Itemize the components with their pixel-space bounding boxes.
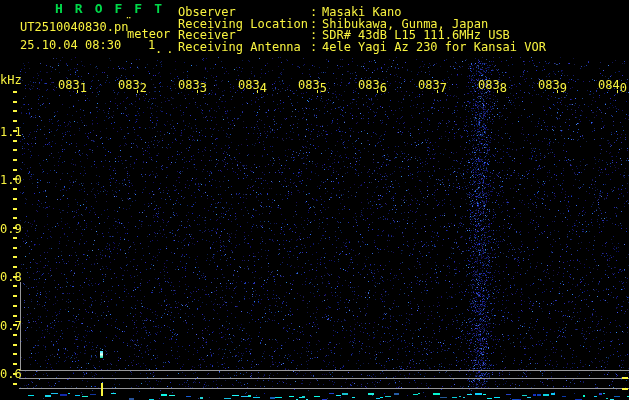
freq-minor-tick (13, 217, 17, 219)
freq-minor-tick (13, 256, 17, 258)
freq-minor-tick (13, 169, 17, 171)
time-label-tail: 2 (140, 81, 147, 95)
freq-label-0-6: 0.6 (0, 368, 22, 380)
freq-minor-tick (13, 140, 17, 142)
right-edge-mark-lower (622, 388, 628, 390)
time-label-head: 083 (418, 78, 440, 92)
freq-minor-tick (13, 149, 17, 151)
meteor-count-tick (101, 383, 103, 396)
time-label-head: 083 (178, 78, 200, 92)
freq-minor-tick (13, 363, 17, 365)
filename-label: UT2510040830.pn (20, 21, 128, 33)
time-label-tail: 7 (440, 81, 447, 95)
freq-minor-tick (13, 188, 17, 190)
level-meter-bottom-line (19, 388, 629, 389)
time-label-head: 083 (58, 78, 80, 92)
freq-minor-tick (13, 334, 17, 336)
info-row-antenna: Receiving Antenna : 4ele Yagi Az 230 for… (178, 41, 628, 53)
freq-minor-tick (13, 159, 17, 161)
time-label-head: 083 (538, 78, 560, 92)
app-title: HROFFT (55, 3, 174, 15)
freq-minor-tick (13, 198, 17, 200)
freq-minor-tick (13, 110, 17, 112)
time-label-tail: 3 (200, 81, 207, 95)
freq-minor-tick (13, 305, 17, 307)
time-label-head: 083 (238, 78, 260, 92)
freq-minor-tick (13, 266, 17, 268)
freq-minor-tick (13, 295, 17, 297)
time-label-head: 083 (118, 78, 140, 92)
freq-minor-tick (13, 120, 17, 122)
freq-minor-tick (13, 344, 17, 346)
hrofft-window: HROFFT UT2510040830.pn ¨ meteor 25.10.04… (0, 0, 629, 400)
level-meter-mid-line (19, 378, 629, 379)
freq-label-0-8: 0.8 (0, 271, 22, 283)
time-label-head: 083 (478, 78, 500, 92)
time-label-0832: 0832 (118, 79, 147, 91)
time-label-tail: 6 (380, 81, 387, 95)
info-value: 4ele Yagi Az 230 for Kansai VOR (322, 41, 546, 53)
time-label-0839: 0839 (538, 79, 567, 91)
level-meter-top-line (19, 370, 629, 371)
freq-minor-tick (13, 101, 17, 103)
time-label-head: 083 (298, 78, 320, 92)
freq-label-1-1: 1.1 (0, 126, 22, 138)
time-label-0834: 0834 (238, 79, 267, 91)
freq-axis-unit: kHz (0, 74, 22, 86)
freq-minor-tick (13, 208, 17, 210)
freq-minor-tick (13, 315, 17, 317)
freq-label-1-0: 1.0 (0, 174, 22, 186)
count-dots: .. (155, 43, 177, 55)
freq-minor-tick (13, 285, 17, 287)
info-separator: : (310, 41, 317, 53)
freq-minor-tick (13, 353, 17, 355)
spectrogram-canvas (0, 0, 629, 400)
time-label-0836: 0836 (358, 79, 387, 91)
time-label-head: 084 (598, 78, 620, 92)
freq-label-0-9: 0.9 (0, 223, 22, 235)
time-label-tail: 9 (560, 81, 567, 95)
time-label-tail: 0 (620, 81, 627, 95)
time-label-0840: 0840 (598, 79, 627, 91)
time-label-0838: 0838 (478, 79, 507, 91)
info-label: Receiving Antenna (178, 41, 301, 53)
meteor-echo-mark (100, 351, 103, 358)
time-label-tail: 4 (260, 81, 267, 95)
time-label-tail: 5 (320, 81, 327, 95)
time-label-0831: 0831 (58, 79, 87, 91)
time-label-head: 083 (358, 78, 380, 92)
datetime-label: 25.10.04 08:30 (20, 39, 121, 51)
freq-minor-tick (13, 237, 17, 239)
freq-minor-tick (13, 383, 17, 385)
time-label-0833: 0833 (178, 79, 207, 91)
time-label-tail: 1 (80, 81, 87, 95)
right-edge-mark-upper (622, 377, 628, 379)
time-label-0835: 0835 (298, 79, 327, 91)
time-label-0837: 0837 (418, 79, 447, 91)
freq-minor-tick (13, 247, 17, 249)
time-label-tail: 8 (500, 81, 507, 95)
freq-minor-tick (13, 91, 17, 93)
freq-label-0-7: 0.7 (0, 320, 22, 332)
